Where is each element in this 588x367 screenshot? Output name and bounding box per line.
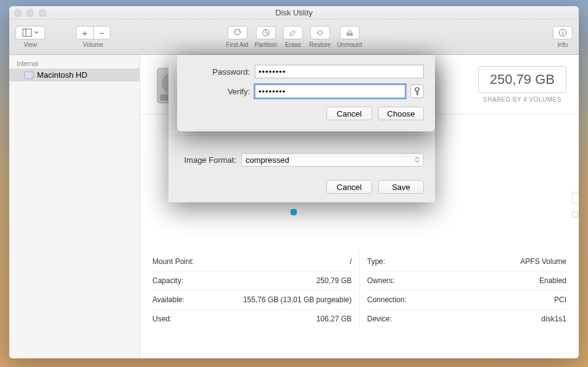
unmount-button[interactable] <box>339 26 359 39</box>
toolbar: View + − Volume First Aid Partition <box>9 20 579 55</box>
detail-used: Used: 106,27 GB <box>152 310 352 328</box>
close-button[interactable] <box>14 9 22 17</box>
erase-icon <box>289 28 297 38</box>
window-title: Disk Utility <box>275 8 313 17</box>
image-format-select[interactable]: compressed <box>241 153 424 167</box>
detail-connection: Connection: PCI <box>367 291 566 310</box>
detail-type: Type: APFS Volume <box>367 252 566 271</box>
restore-button[interactable] <box>310 26 330 39</box>
size-box: 250,79 GB SHARED BY 4 VOLUMES <box>478 66 566 103</box>
key-icon <box>413 87 421 96</box>
sidebar-section-internal: Internal <box>9 57 139 68</box>
titlebar: Disk Utility <box>9 6 579 20</box>
sidebar-item-label: Macintosh HD <box>37 70 88 80</box>
sidebar: Internal Macintosh HD <box>9 55 140 358</box>
save-sheet-save-button[interactable]: Save <box>378 180 424 194</box>
first-aid-button[interactable] <box>227 26 247 39</box>
svg-line-4 <box>266 33 268 35</box>
first-aid-label: First Aid <box>226 41 248 48</box>
detail-device: Device: disk1s1 <box>367 310 566 328</box>
chevron-down-icon <box>34 31 39 35</box>
minimize-button[interactable] <box>27 9 34 17</box>
disk-size: 250,79 GB <box>478 66 566 93</box>
select-arrows-icon <box>413 155 421 165</box>
legend-free-fragment: Free 142,75 GB <box>572 210 579 236</box>
info-icon <box>558 28 567 38</box>
password-sheet: Password: Verify: Cancel Choose <box>177 55 435 131</box>
svg-rect-0 <box>23 29 31 36</box>
partition-label: Partition <box>254 41 277 48</box>
details-col-left: Mount Point: / Capacity: 250,79 GB Avail… <box>152 252 360 328</box>
image-format-value: compressed <box>246 155 289 165</box>
details-table: Mount Point: / Capacity: 250,79 GB Avail… <box>140 247 579 340</box>
drive-icon <box>24 71 34 80</box>
svg-point-6 <box>562 31 563 31</box>
detail-mount-point: Mount Point: / <box>152 252 352 271</box>
details-col-right: Type: APFS Volume Owners: Enabled Connec… <box>360 252 566 328</box>
legend-free-value: 142,75 GB <box>572 219 579 236</box>
partition-icon <box>262 28 270 38</box>
password-input[interactable] <box>255 65 424 78</box>
sidebar-icon <box>22 28 32 38</box>
info-button[interactable] <box>553 26 573 39</box>
volume-add-button[interactable]: + <box>76 26 93 39</box>
verify-label: Verify: <box>188 87 250 96</box>
detail-capacity: Capacity: 250,79 GB <box>152 271 352 291</box>
traffic-lights <box>14 9 46 17</box>
volume-remove-button[interactable]: − <box>93 26 110 39</box>
zoom-button[interactable] <box>39 9 46 17</box>
restore-icon <box>316 28 325 38</box>
detail-owners: Owners: Enabled <box>367 271 566 291</box>
detail-available: Available: 155,76 GB (13,01 GB purgeable… <box>152 291 352 310</box>
svg-point-14 <box>415 88 419 91</box>
svg-point-9 <box>31 77 33 78</box>
verify-input[interactable] <box>255 85 405 98</box>
erase-button[interactable] <box>283 26 303 39</box>
restore-label: Restore <box>309 41 331 48</box>
unmount-label: Unmount <box>337 41 362 48</box>
legend-dot-cyan <box>291 209 297 215</box>
image-format-label: Image Format: <box>180 155 236 165</box>
first-aid-icon <box>233 28 241 38</box>
password-assistant-button[interactable] <box>410 85 424 98</box>
view-button[interactable] <box>15 26 45 39</box>
usage-bar-fragment <box>572 192 579 204</box>
password-label: Password: <box>188 67 250 76</box>
password-cancel-button[interactable]: Cancel <box>326 107 372 120</box>
disk-shared: SHARED BY 4 VOLUMES <box>478 96 566 103</box>
disk-utility-window: Disk Utility View + − Volume First Aid <box>9 6 579 358</box>
save-sheet-cancel-button[interactable]: Cancel <box>326 180 372 194</box>
info-label: Info <box>558 41 568 48</box>
partition-button[interactable] <box>256 26 276 39</box>
erase-label: Erase <box>285 41 301 48</box>
legend-free-row: Free <box>572 210 579 219</box>
sidebar-item-macintosh-hd[interactable]: Macintosh HD <box>9 68 139 81</box>
legend-dot-free <box>572 212 578 218</box>
view-label: View <box>23 41 37 48</box>
eject-icon <box>345 28 354 38</box>
password-choose-button[interactable]: Choose <box>378 107 424 120</box>
volume-label: Volume <box>83 41 103 48</box>
